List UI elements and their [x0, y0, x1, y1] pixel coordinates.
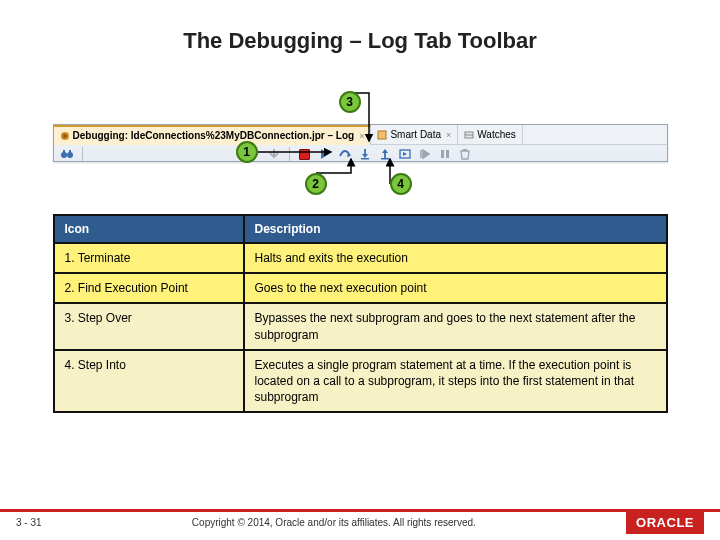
table-row: 2. Find Execution Point Goes to the next…	[54, 273, 667, 303]
oracle-logo: ORACLE	[626, 511, 704, 534]
cell-desc: Goes to the next execution point	[244, 273, 667, 303]
table-row: 1. Terminate Halts and exits the executi…	[54, 243, 667, 273]
callout-4: 4	[390, 173, 412, 195]
cell-desc: Halts and exits the execution	[244, 243, 667, 273]
cell-desc: Executes a single program statement at a…	[244, 350, 667, 413]
description-table: Icon Description 1. Terminate Halts and …	[53, 214, 668, 413]
table-header-icon: Icon	[54, 215, 244, 243]
callout-3: 3	[339, 91, 361, 113]
callout-arrows	[53, 99, 668, 194]
page-number: 3 - 31	[16, 517, 42, 528]
cell-desc: Bypasses the next subprogram and goes to…	[244, 303, 667, 349]
cell-icon: 4. Step Into	[54, 350, 244, 413]
cell-icon: 1. Terminate	[54, 243, 244, 273]
footer: 3 - 31 Copyright © 2014, Oracle and/or i…	[0, 507, 720, 540]
callout-1: 1	[236, 141, 258, 163]
cell-icon: 3. Step Over	[54, 303, 244, 349]
copyright-text: Copyright © 2014, Oracle and/or its affi…	[42, 517, 627, 528]
table-row: 4. Step Into Executes a single program s…	[54, 350, 667, 413]
page-title: The Debugging – Log Tab Toolbar	[0, 28, 720, 54]
cell-icon: 2. Find Execution Point	[54, 273, 244, 303]
table-header-description: Description	[244, 215, 667, 243]
toolbar-diagram: Debugging: IdeConnections%23MyDBConnecti…	[53, 99, 668, 194]
table-row: 3. Step Over Bypasses the next subprogra…	[54, 303, 667, 349]
callout-2: 2	[305, 173, 327, 195]
